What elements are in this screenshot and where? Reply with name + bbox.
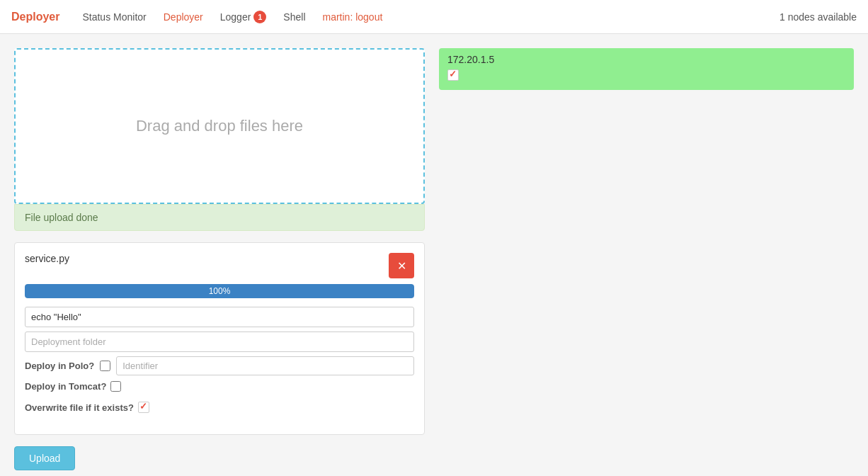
node-ip: 172.20.1.5 (447, 54, 845, 65)
nav-logout[interactable]: martin: logout (323, 11, 383, 23)
nodes-available: 1 nodes available (780, 11, 857, 23)
upload-done-message: File upload done (25, 212, 98, 223)
brand-link[interactable]: Deployer (11, 11, 59, 23)
upload-button[interactable]: Upload (14, 446, 75, 470)
identifier-input[interactable] (116, 356, 414, 375)
dropzone-placeholder: Drag and drop files here (136, 117, 303, 135)
node-card-0: 172.20.1.5 (439, 48, 854, 90)
nav-deployer[interactable]: Deployer (164, 11, 203, 23)
left-panel: Drag and drop files here File upload don… (14, 48, 425, 470)
deploy-polo-checkbox[interactable] (100, 361, 110, 371)
progress-bar-wrap: 100% (25, 284, 414, 298)
overwrite-label: Overwrite file if it exists? (25, 402, 134, 413)
deploy-tomcat-label: Deploy in Tomcat? (25, 381, 106, 392)
deploy-tomcat-checkbox[interactable] (110, 381, 121, 392)
navbar: Deployer Status Monitor Deployer Logger … (0, 0, 868, 34)
logger-badge: 1 (253, 11, 266, 23)
deploy-tomcat-row: Deploy in Tomcat? (25, 381, 414, 392)
nav-logger-link[interactable]: Logger (220, 11, 251, 23)
file-card-header: service.py ✕ (25, 253, 414, 278)
overwrite-checkbox[interactable] (138, 402, 149, 413)
main-content: Drag and drop files here File upload don… (0, 34, 868, 476)
deployment-folder-input[interactable] (25, 332, 414, 352)
right-panel: 172.20.1.5 (439, 48, 854, 470)
node-checkbox[interactable] (447, 69, 459, 81)
nav-shell[interactable]: Shell (283, 11, 305, 23)
command-input[interactable] (25, 307, 414, 327)
progress-bar-fill: 100% (25, 284, 414, 298)
nav-logger-wrap[interactable]: Logger 1 (220, 11, 267, 23)
upload-done-banner: File upload done (14, 204, 425, 231)
file-name: service.py (25, 253, 69, 264)
remove-button[interactable]: ✕ (389, 253, 414, 278)
deploy-polo-row: Deploy in Polo? (25, 356, 414, 375)
nav-status-monitor[interactable]: Status Monitor (82, 11, 146, 23)
deploy-polo-label: Deploy in Polo? (25, 361, 94, 371)
dropzone[interactable]: Drag and drop files here (14, 48, 425, 204)
overwrite-row: Overwrite file if it exists? (25, 402, 414, 413)
progress-label: 100% (209, 286, 231, 296)
file-card: service.py ✕ 100% Deploy in Polo? (14, 242, 425, 435)
